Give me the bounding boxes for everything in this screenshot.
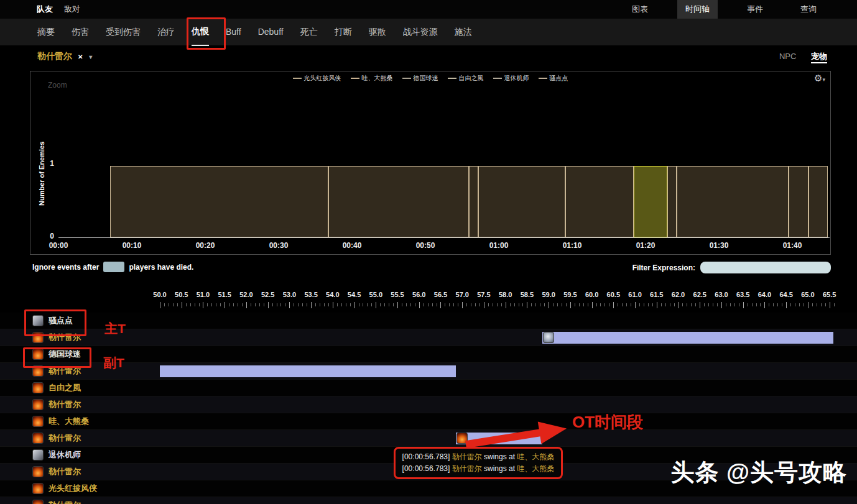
filter-expression-input[interactable] [700, 262, 831, 273]
tooltip-verb: swings at [482, 464, 517, 473]
enemy-count-segment[interactable] [478, 166, 565, 237]
topbar-tab-敌对[interactable]: 敌对 [58, 0, 86, 19]
ruler-tick [311, 302, 312, 308]
ruler-tick [782, 303, 782, 306]
ruler-tick [359, 303, 359, 306]
nav-tab-伤害[interactable]: 伤害 [72, 19, 89, 45]
row-name[interactable]: 自由之風 [49, 382, 81, 393]
ruler-tick [713, 303, 713, 306]
ruler-tick [164, 303, 165, 306]
ruler-label: 63.0 [715, 291, 728, 298]
ruler-tick [579, 303, 580, 306]
legend-label: 光头红披风侠 [304, 74, 341, 83]
ruler-tick [618, 303, 618, 306]
ruler-label: 52.0 [239, 291, 252, 298]
legend-item[interactable]: 骚点点 [539, 74, 568, 83]
enemy-count-segment[interactable] [565, 166, 634, 237]
chevron-down-icon[interactable]: ▾ [89, 53, 92, 60]
enemies-plot-area[interactable] [58, 165, 830, 238]
legend-swatch [293, 78, 302, 79]
row-name[interactable]: 勒什雷尔 [49, 500, 81, 504]
nav-tab-受到伤害[interactable]: 受到伤害 [106, 19, 141, 45]
enemy-count-segment[interactable] [634, 166, 667, 237]
nav-tab-治疗[interactable]: 治疗 [157, 19, 175, 45]
nav-tab-战斗资源[interactable]: 战斗资源 [403, 19, 438, 45]
row-name[interactable]: 勒什雷尔 [49, 466, 81, 477]
threat-target-bar[interactable] [160, 365, 456, 377]
enemy-count-segment[interactable] [110, 166, 329, 237]
legend-item[interactable]: 退休机师 [493, 74, 529, 83]
enemy-count-segment[interactable] [667, 166, 676, 237]
ruler-tick [695, 303, 696, 306]
row-name[interactable]: 退休机师 [49, 449, 81, 460]
legend-item[interactable]: 自由之風 [448, 74, 484, 83]
arrow-head-icon [538, 418, 568, 444]
ruler-tick [721, 302, 722, 308]
x-axis-tick-label: 01:00 [489, 241, 509, 250]
legend-item[interactable]: 光头红披风侠 [293, 74, 341, 83]
enemy-count-segment[interactable] [808, 166, 828, 237]
topbar-tab-事件[interactable]: 事件 [739, 0, 771, 19]
deaths-threshold-input[interactable] [103, 262, 124, 272]
nav-tab-Debuff[interactable]: Debuff [258, 19, 284, 45]
legend-item[interactable]: 德国球迷 [402, 74, 438, 83]
flame-icon [32, 483, 44, 494]
topbar-tab-图表[interactable]: 图表 [624, 0, 656, 19]
ruler-label: 54.0 [326, 291, 339, 298]
x-axis-tick-label: 01:20 [636, 241, 655, 250]
legend-swatch [351, 78, 359, 79]
row-name[interactable]: 光头红披风侠 [49, 483, 97, 494]
tooltip-line: [00:00:56.783] 勒什雷尔 swings at 哇、大熊桑 [398, 463, 558, 475]
legend-item[interactable]: 哇、大熊桑 [351, 74, 393, 83]
nav-tab-Buff[interactable]: Buff [226, 19, 241, 45]
ruler-tick [687, 303, 687, 306]
x-axis-tick-label: 00:50 [416, 241, 435, 250]
x-axis-tick-label: 00:10 [123, 241, 142, 250]
ruler-tick [229, 303, 229, 306]
threat-target-bar[interactable] [542, 332, 834, 344]
nav-tab-驱散[interactable]: 驱散 [369, 19, 386, 45]
enemy-count-segment[interactable] [328, 166, 468, 237]
ruler-tick [363, 303, 363, 306]
ruler-tick [272, 303, 273, 306]
topbar-tab-时间轴[interactable]: 时间轴 [677, 0, 718, 19]
ruler-tick [756, 303, 757, 306]
enemy-count-segment[interactable] [789, 166, 808, 237]
nav-tab-死亡[interactable]: 死亡 [300, 19, 318, 45]
ruler-tick [410, 303, 411, 306]
nav-tab-打断[interactable]: 打断 [335, 19, 352, 45]
tooltip-time: [00:00:56.783] [402, 464, 452, 473]
nav-tab-摘要[interactable]: 摘要 [37, 19, 55, 45]
ruler-tick [834, 303, 835, 306]
ruler-tick [519, 303, 519, 306]
boss-filter-chip[interactable]: 勒什雷尔 ✕ ▾ [37, 51, 92, 62]
flame-icon [32, 466, 44, 477]
ruler-label: 61.0 [628, 291, 641, 298]
ruler-label: 51.5 [218, 291, 231, 298]
row-name[interactable]: 勒什雷尔 [49, 433, 81, 444]
ruler-tick [428, 303, 428, 306]
topbar-tab-队友[interactable]: 队友 [31, 0, 58, 19]
pets-toggle[interactable]: 宠物 [811, 52, 827, 63]
nav-tab-施法[interactable]: 施法 [455, 19, 472, 45]
ruler-tick [812, 303, 813, 306]
enemy-count-segment[interactable] [677, 166, 789, 237]
ruler-tick [177, 303, 178, 306]
ruler-tick [790, 303, 791, 306]
remove-filter-icon[interactable]: ✕ [78, 53, 83, 60]
ruler-tick [535, 303, 536, 306]
npc-toggle[interactable]: NPC [779, 52, 796, 61]
row-name[interactable]: 勒什雷尔 [49, 399, 81, 410]
legend-label: 德国球迷 [414, 74, 438, 83]
ruler-tick [233, 303, 234, 306]
ruler-tick [190, 303, 191, 306]
ruler-tick [600, 303, 601, 306]
chart-settings-button[interactable]: ⚙▾ [814, 73, 825, 84]
boss-filter-label: 勒什雷尔 [37, 51, 72, 61]
enemy-count-segment[interactable] [469, 166, 478, 237]
row-name[interactable]: 哇、大熊桑 [49, 416, 89, 427]
topbar-tab-查询[interactable]: 查询 [792, 0, 825, 19]
ruler-tick [302, 303, 303, 306]
tooltip-time: [00:00:56.783] [402, 452, 452, 461]
ruler-tick [821, 303, 822, 306]
